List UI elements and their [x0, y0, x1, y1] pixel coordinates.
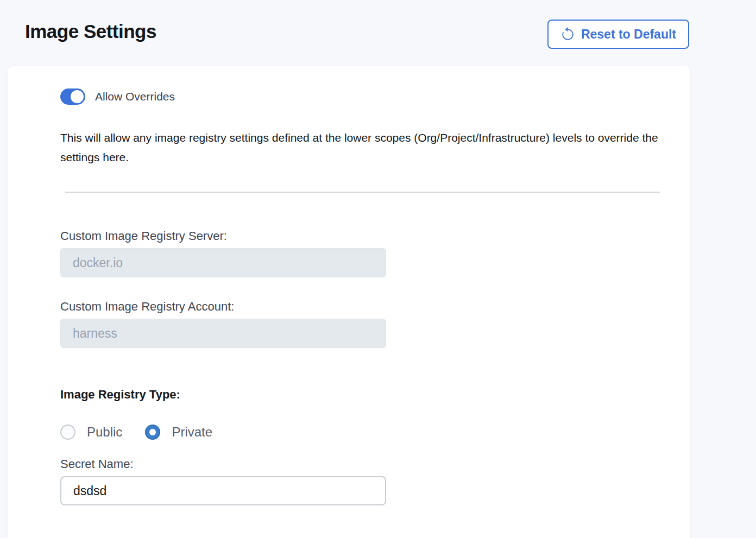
- secret-name-label: Secret Name:: [60, 457, 662, 471]
- radio-private-icon[interactable]: [145, 425, 160, 440]
- registry-account-input: [60, 319, 386, 348]
- settings-card-content: Allow Overrides This will allow any imag…: [8, 66, 690, 538]
- registry-account-label: Custom Image Registry Account:: [60, 300, 662, 314]
- radio-option-private[interactable]: Private: [145, 425, 212, 440]
- toggle-knob: [71, 90, 84, 103]
- radio-private-dot: [149, 429, 156, 435]
- radio-public-label: Public: [87, 425, 122, 440]
- allow-overrides-row: Allow Overrides: [60, 88, 662, 105]
- reset-counterclockwise-icon: [560, 27, 575, 42]
- radio-option-public[interactable]: Public: [60, 425, 122, 440]
- registry-type-label: Image Registry Type:: [60, 388, 662, 402]
- reset-button-label: Reset to Default: [581, 27, 676, 42]
- radio-public-icon[interactable]: [60, 425, 75, 440]
- radio-private-label: Private: [172, 425, 212, 440]
- overrides-description: This will allow any image registry setti…: [60, 128, 662, 167]
- page-title: Image Settings: [25, 20, 156, 43]
- allow-overrides-label: Allow Overrides: [95, 90, 175, 103]
- registry-server-label: Custom Image Registry Server:: [60, 229, 662, 243]
- registry-type-radio-group: Public Private: [60, 425, 662, 440]
- page-header: Image Settings Reset to Default: [0, 0, 756, 66]
- registry-server-input: [60, 248, 386, 277]
- secret-name-input[interactable]: [60, 476, 386, 505]
- section-divider: [65, 192, 660, 193]
- allow-overrides-toggle[interactable]: [60, 88, 85, 105]
- reset-to-default-button[interactable]: Reset to Default: [547, 20, 689, 49]
- settings-card: Allow Overrides This will allow any imag…: [8, 66, 690, 538]
